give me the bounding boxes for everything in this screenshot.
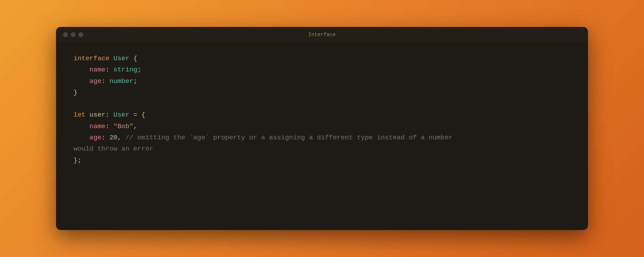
- code-window: Interface interface User { name: string;…: [56, 27, 588, 230]
- code-line-5: let user: User = {: [74, 109, 570, 120]
- code-line-8: would throw an error: [74, 143, 570, 154]
- code-line-4: }: [74, 87, 570, 98]
- code-line-6: name: "Bob",: [74, 121, 570, 132]
- type-number: number: [110, 77, 133, 85]
- code-line-9: };: [74, 155, 570, 166]
- prop-name: name: [90, 66, 106, 74]
- type-string: string: [113, 66, 137, 74]
- code-editor: interface User { name: string; age: numb…: [56, 42, 588, 180]
- code-line-7: age: 20, // omitting the `age` property …: [74, 132, 570, 143]
- code-line-1: interface User {: [74, 53, 570, 64]
- type-user: User: [113, 55, 130, 62]
- window-title: Interface: [308, 32, 336, 37]
- prop-name-val: name: [90, 123, 106, 130]
- traffic-lights: [63, 32, 83, 37]
- prop-age: age: [90, 77, 102, 85]
- prop-age-val: age: [90, 134, 102, 141]
- titlebar: Interface: [56, 27, 588, 42]
- string-bob: "Bob": [113, 123, 133, 130]
- comment-line: // omitting the `age` property or a assi…: [125, 134, 453, 141]
- comment-continued: would throw an error: [74, 145, 153, 153]
- code-line-3: age: number;: [74, 76, 570, 87]
- maximize-button[interactable]: [78, 32, 83, 37]
- keyword-let: let: [74, 111, 85, 119]
- blank-line: [74, 98, 570, 109]
- type-user-ref: User: [113, 111, 130, 119]
- keyword-interface: interface: [74, 55, 110, 62]
- close-button[interactable]: [63, 32, 68, 37]
- number-20: 20: [110, 134, 118, 141]
- minimize-button[interactable]: [71, 32, 76, 37]
- code-line-2: name: string;: [74, 64, 570, 75]
